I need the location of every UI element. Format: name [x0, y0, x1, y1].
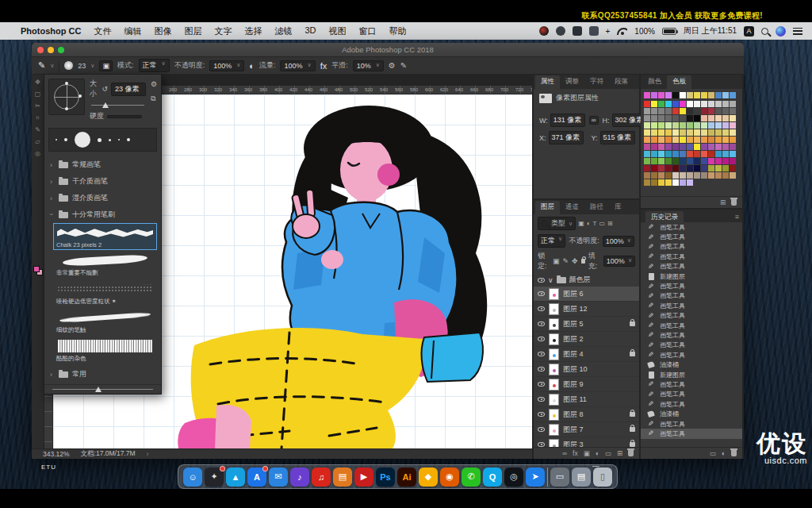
color-swatch[interactable] — [644, 158, 650, 164]
dock-app-icon[interactable]: Ai — [397, 468, 416, 487]
color-swatch[interactable] — [687, 172, 693, 179]
plus-icon[interactable]: + — [606, 27, 611, 36]
color-swatch[interactable] — [680, 165, 686, 171]
color-swatch[interactable] — [730, 129, 736, 136]
desktop-volume-label[interactable]: ETU — [41, 464, 56, 471]
color-swatch[interactable] — [722, 151, 729, 157]
adjustment-layer-icon[interactable]: ◐ — [596, 449, 599, 457]
hardness-field[interactable] — [107, 115, 142, 118]
menubar-menu-item[interactable]: 文字 — [214, 25, 232, 37]
brush-angle-dial[interactable] — [48, 79, 85, 115]
color-swatch[interactable] — [672, 129, 679, 136]
smoothing-gear-icon[interactable]: ⚙ — [389, 61, 396, 70]
toggle-brush-panel-button[interactable]: ▣ — [99, 60, 113, 71]
color-swatch[interactable] — [651, 144, 657, 150]
link-dimensions-icon[interactable]: ∞ — [589, 116, 599, 125]
history-step-row[interactable]: 油漆桶 — [641, 409, 742, 418]
color-swatch[interactable] — [715, 158, 722, 164]
color-swatch[interactable] — [658, 158, 665, 164]
color-swatch[interactable] — [708, 151, 714, 157]
history-step-row[interactable]: 新建图层 — [641, 271, 742, 281]
color-swatch[interactable] — [672, 101, 679, 107]
color-swatch[interactable] — [694, 151, 700, 157]
battery-icon[interactable] — [662, 28, 676, 35]
panel-tab[interactable]: 调整 — [560, 75, 584, 89]
menubar-menu-item[interactable]: 图像 — [154, 25, 171, 37]
color-swatch[interactable] — [665, 137, 672, 143]
delete-layer-icon[interactable] — [628, 450, 634, 456]
popup-gear-icon[interactable]: ⚙ — [151, 80, 157, 88]
color-swatch[interactable] — [672, 108, 679, 114]
visibility-eye-icon[interactable] — [538, 367, 545, 371]
lock-position-icon[interactable]: ✥ — [572, 257, 578, 265]
history-step-row[interactable]: 画笔工具 — [641, 301, 742, 310]
color-swatch[interactable] — [708, 108, 714, 114]
color-swatch[interactable] — [701, 115, 707, 121]
panel-tab[interactable]: 通道 — [560, 201, 584, 214]
brush-preset-item[interactable]: 非常重要不能删 — [54, 252, 156, 278]
color-swatch[interactable] — [694, 165, 700, 171]
visibility-eye-icon[interactable] — [538, 412, 545, 417]
color-swatch[interactable] — [644, 151, 650, 157]
color-swatch[interactable] — [694, 115, 700, 121]
layer-name[interactable]: 图层 6 — [563, 289, 626, 299]
brush-folder-row[interactable]: › 十分常用笔刷 — [44, 206, 161, 223]
panel-menu-icon[interactable]: ≡ — [735, 213, 739, 221]
layer-thumbnail[interactable] — [549, 409, 559, 421]
crop-tool-icon[interactable]: ⌗ — [36, 115, 40, 121]
tool-preset-caret-icon[interactable]: ∨ — [50, 63, 54, 69]
menubar-menu-item[interactable]: 选择 — [244, 25, 262, 37]
color-swatch[interactable] — [708, 144, 714, 150]
color-swatch[interactable] — [687, 151, 693, 157]
move-tool-icon[interactable]: ✥ — [35, 79, 40, 86]
opacity-select[interactable]: 100%∨ — [209, 60, 244, 71]
color-swatch[interactable] — [708, 101, 714, 107]
layer-row[interactable]: 图层 4 — [534, 347, 639, 362]
color-swatch[interactable] — [694, 92, 700, 98]
spotlight-search-icon[interactable] — [761, 28, 768, 35]
color-swatch[interactable] — [665, 122, 672, 129]
dock-app-icon[interactable]: Ps — [376, 468, 395, 487]
color-swatch[interactable] — [687, 101, 693, 107]
color-swatch[interactable] — [651, 101, 657, 107]
airbrush-icon[interactable]: fx — [320, 61, 327, 71]
dock-app-icon[interactable]: A — [247, 468, 266, 487]
menubar-menu-item[interactable]: 编辑 — [124, 25, 141, 37]
color-swatch[interactable] — [658, 179, 665, 186]
y-field[interactable]: 515 像素 — [600, 131, 635, 144]
color-swatch[interactable] — [715, 151, 722, 157]
brush-tip-preview-row[interactable] — [48, 128, 157, 152]
brush-list-scrollbar[interactable] — [44, 384, 161, 394]
status-chevron-icon[interactable]: › — [147, 450, 149, 458]
layer-thumbnail[interactable] — [549, 424, 559, 436]
new-swatch-icon[interactable]: ⊞ — [720, 198, 726, 206]
group-caret-icon[interactable]: ∨ — [548, 276, 553, 284]
layer-name[interactable]: 图层 9 — [563, 379, 626, 390]
color-swatch[interactable] — [680, 115, 686, 121]
layer-row[interactable]: 图层 7 — [534, 422, 639, 437]
history-step-row[interactable]: 油漆桶 — [641, 360, 742, 369]
width-field[interactable]: 131 像素 — [550, 114, 585, 127]
color-swatch[interactable] — [672, 122, 679, 129]
menubar-menu-item[interactable]: 帮助 — [389, 25, 406, 37]
panel-tab[interactable]: 色板 — [667, 75, 691, 89]
color-swatch[interactable] — [730, 137, 736, 143]
folder-caret-icon[interactable]: › — [50, 371, 55, 379]
layer-style-icon[interactable]: fx — [573, 449, 578, 457]
color-swatch[interactable] — [680, 172, 686, 179]
history-step-row[interactable]: 画笔工具 — [641, 232, 742, 241]
color-swatch[interactable] — [722, 115, 729, 121]
color-swatch[interactable] — [722, 144, 729, 150]
dock-app-icon[interactable]: ✦ — [205, 468, 224, 487]
color-swatch[interactable] — [701, 108, 707, 114]
color-swatch[interactable] — [730, 108, 736, 114]
color-swatch[interactable] — [708, 172, 714, 179]
wifi-icon[interactable] — [617, 28, 627, 35]
zoom-level[interactable]: 343.12% — [43, 450, 70, 458]
layer-name[interactable]: 图层 5 — [563, 319, 626, 329]
color-swatch[interactable] — [694, 158, 700, 164]
color-swatch[interactable] — [722, 172, 729, 179]
color-swatch[interactable] — [715, 101, 722, 107]
dock-app-icon[interactable]: ♫ — [312, 468, 331, 487]
color-swatch[interactable] — [658, 144, 665, 150]
